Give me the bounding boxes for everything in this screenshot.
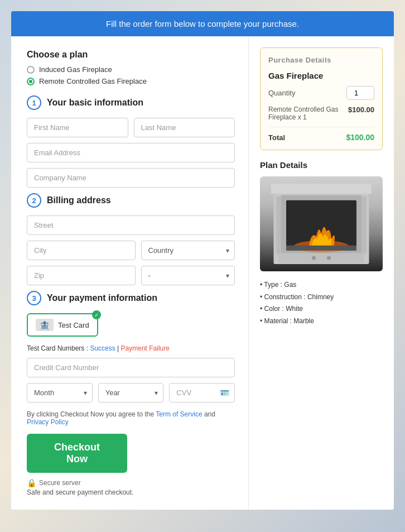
step3-circle: 3 [27, 291, 41, 305]
feature-construction: Construction : Chimney [260, 291, 383, 304]
item-name: Remote Controlled Gas Fireplace x 1 [268, 106, 341, 121]
terms-text: By clicking Checkout Now you agree to th… [27, 410, 235, 426]
item-row: Remote Controlled Gas Fireplace x 1 $100… [268, 106, 374, 127]
quantity-row: Quantity [268, 86, 374, 100]
top-banner: Fill the order form below to complete yo… [11, 11, 394, 36]
email-input[interactable] [27, 143, 235, 162]
first-name-input[interactable] [27, 118, 128, 137]
secure-sub-text: Safe and secure payment checkout. [27, 488, 235, 496]
terms-before: By clicking Checkout Now you agree to th… [27, 410, 156, 418]
step2-header: 2 Billing address [27, 193, 235, 208]
cc-row [27, 358, 235, 377]
svg-rect-5 [286, 246, 356, 251]
failure-link[interactable]: Payment Failure [121, 344, 170, 352]
secure-label: Secure server [39, 479, 81, 487]
svg-rect-8 [279, 253, 364, 263]
city-input[interactable] [27, 241, 136, 260]
street-row [27, 215, 235, 235]
choose-plan-title: Choose a plan [27, 50, 235, 60]
country-select[interactable]: Country [141, 241, 235, 260]
month-wrapper: Month 010203 040506 070809 101112 [27, 383, 93, 402]
step3-header: 3 Your payment information [27, 291, 235, 305]
svg-point-9 [312, 256, 316, 260]
terms-of-service-link[interactable]: Term of Service [156, 410, 202, 418]
test-card-label: Test Card [58, 321, 89, 329]
cvv-icon: 🪪 [220, 389, 229, 397]
email-row [27, 143, 235, 162]
state-select[interactable]: - [141, 266, 235, 285]
checkout-button[interactable]: Checkout Now [27, 434, 127, 473]
radio-remote[interactable] [27, 78, 35, 85]
plan-induced-label: Induced Gas Fireplace [39, 65, 112, 74]
step3-label: Your payment information [47, 293, 157, 303]
main-content: Choose a plan Induced Gas Fireplace Remo… [11, 36, 394, 510]
page-container: Fill the order form below to complete yo… [11, 11, 394, 510]
product-title: Gas Fireplace [268, 71, 374, 80]
plan-options: Induced Gas Fireplace Remote Controlled … [27, 65, 235, 85]
plan-option-remote[interactable]: Remote Controlled Gas Fireplace [27, 77, 235, 85]
item-price: $100.00 [348, 106, 374, 114]
fireplace-image [260, 176, 383, 271]
last-name-input[interactable] [134, 118, 235, 137]
step1-header: 1 Your basic information [27, 95, 235, 110]
step2-circle: 2 [27, 193, 41, 208]
left-panel: Choose a plan Induced Gas Fireplace Remo… [11, 36, 249, 510]
terms-and: and [204, 410, 215, 418]
purchase-details-box: Purchase Details Gas Fireplace Quantity … [260, 47, 383, 150]
test-card-option[interactable]: 🏦 Test Card ✓ [27, 313, 98, 337]
svg-rect-7 [361, 196, 367, 255]
plan-details-title: Plan Details [260, 160, 383, 170]
banner-text: Fill the order form below to complete yo… [106, 19, 299, 28]
company-row [27, 168, 235, 188]
plan-features: Type : Gas Construction : Chimney Color … [260, 279, 383, 327]
zip-input[interactable] [27, 266, 136, 285]
test-card-numbers: Test Card Numbers : Success | Payment Fa… [27, 344, 235, 352]
svg-rect-1 [271, 184, 372, 194]
feature-color: Color : White [260, 303, 383, 315]
privacy-policy-link[interactable]: Privacy Policy [27, 418, 69, 426]
step2-label: Billing address [47, 195, 111, 205]
zip-state-row: - [27, 266, 235, 285]
card-icon: 🏦 [36, 319, 54, 331]
purchase-details-title: Purchase Details [268, 56, 374, 64]
total-price: $100.00 [346, 133, 374, 142]
cvv-wrapper: 🪪 [169, 383, 235, 402]
country-wrapper: Country [141, 241, 235, 260]
step1-circle: 1 [27, 95, 41, 110]
step1-label: Your basic information [47, 98, 143, 108]
quantity-label: Quantity [268, 89, 295, 97]
svg-rect-6 [276, 196, 281, 255]
name-row [27, 118, 235, 137]
state-wrapper: - [141, 266, 235, 285]
year-wrapper: Year 202420252026 20272028 [98, 383, 164, 402]
total-row: Total $100.00 [268, 133, 374, 142]
payment-section: 🏦 Test Card ✓ Test Card Numbers : Succes… [27, 313, 235, 402]
street-input[interactable] [27, 215, 235, 235]
quantity-input[interactable] [346, 86, 374, 100]
secure-row: 🔒 Secure server [27, 478, 235, 487]
radio-induced[interactable] [27, 66, 35, 74]
month-year-cvv-row: Month 010203 040506 070809 101112 Year 2… [27, 383, 235, 402]
company-input[interactable] [27, 168, 235, 188]
test-card-prefix: Test Card Numbers : [27, 344, 90, 352]
success-link[interactable]: Success [90, 344, 115, 352]
year-select[interactable]: Year 202420252026 20272028 [98, 383, 164, 402]
total-label: Total [268, 133, 285, 142]
plan-remote-label: Remote Controlled Gas Fireplace [39, 77, 147, 85]
feature-material: Material : Marble [260, 315, 383, 328]
svg-point-10 [327, 256, 331, 260]
lock-icon: 🔒 [27, 478, 36, 487]
card-check-icon: ✓ [92, 310, 101, 319]
feature-type: Type : Gas [260, 279, 383, 291]
month-select[interactable]: Month 010203 040506 070809 101112 [27, 383, 93, 402]
city-country-row: Country [27, 241, 235, 260]
plan-option-induced[interactable]: Induced Gas Fireplace [27, 65, 235, 74]
right-panel: Purchase Details Gas Fireplace Quantity … [249, 36, 394, 510]
cc-number-input[interactable] [27, 358, 235, 377]
